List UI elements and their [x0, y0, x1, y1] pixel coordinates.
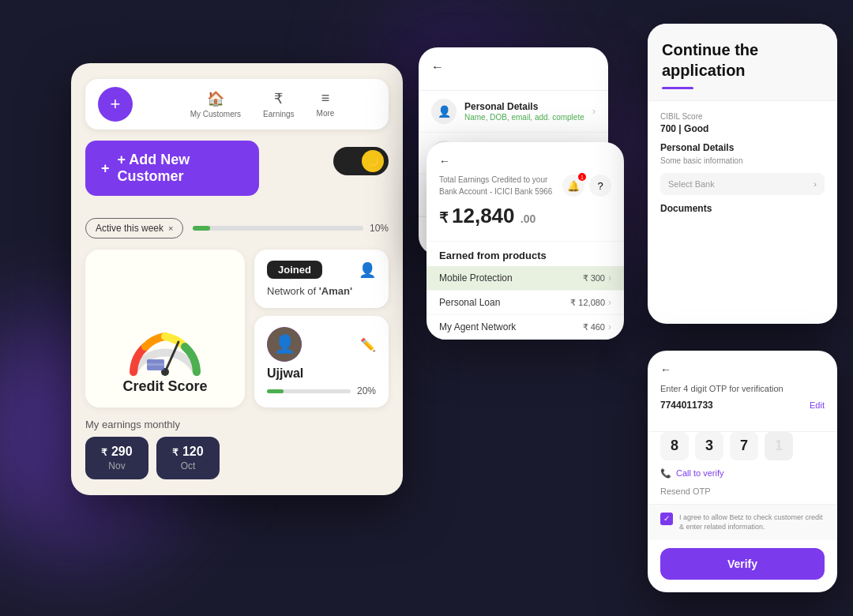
- right-cards: Joined 👤 Network of 'Aman' 👤 ✏️: [254, 250, 389, 408]
- cibil-label: CIBIL Score: [660, 112, 825, 121]
- ujjwal-avatar-inner: 👤: [267, 327, 302, 362]
- profile-header: ←: [419, 47, 608, 91]
- otp-digit-3[interactable]: 7: [730, 432, 758, 460]
- notification-icon[interactable]: 🔔 1: [562, 175, 584, 197]
- otp-digits-container: 8 3 7 1: [648, 432, 837, 460]
- nav-plus-button[interactable]: +: [98, 87, 133, 122]
- mobile-protection-name: Mobile Protection: [439, 272, 513, 284]
- earnings-notif-icons: 🔔 1 ?: [562, 175, 611, 197]
- earnings-section: My earnings monthly ₹ 290 Nov ₹ 120 Oct: [85, 419, 389, 479]
- rupee-symbol: ₹: [439, 210, 452, 226]
- earnings-title: My earnings monthly: [85, 419, 389, 430]
- edit-icon[interactable]: ✏️: [360, 337, 376, 352]
- chevron-right-product2: ›: [608, 297, 611, 308]
- earnings-card-oct[interactable]: ₹ 120 Oct: [156, 437, 220, 479]
- personal-loan-amount: ₹ 12,080: [570, 298, 605, 308]
- consent-row: ✓ I agree to allow Betz to check custome…: [648, 504, 837, 540]
- personal-details-status: Name, DOB, email, add. complete: [464, 113, 592, 122]
- ujjwal-card[interactable]: 👤 ✏️ Ujjwal 20%: [254, 316, 389, 408]
- rupee-icon: ₹: [274, 90, 283, 107]
- notif-badge: 1: [578, 173, 586, 181]
- earnings-cards-row: ₹ 290 Nov ₹ 120 Oct: [85, 437, 389, 479]
- joined-network-name: 'Aman': [319, 285, 352, 297]
- otp-digit-1[interactable]: 8: [660, 432, 689, 460]
- plus-icon: +: [101, 160, 110, 177]
- personal-details-title: Personal Details: [464, 101, 592, 112]
- nav-earnings-label: Earnings: [263, 110, 294, 118]
- filter-badge-label: Active this week: [96, 223, 163, 234]
- personal-details-icon: 👤: [431, 99, 457, 124]
- gauge-container: [122, 325, 209, 372]
- ujjwal-progress-row: 20%: [267, 385, 376, 396]
- help-icon[interactable]: ?: [589, 175, 611, 197]
- earnings-total-amount: ₹ 12,840 .00: [439, 204, 611, 228]
- otp-back-arrow[interactable]: ←: [660, 363, 825, 376]
- verify-button[interactable]: Verify: [660, 548, 825, 580]
- progress-bar-bg: [193, 226, 363, 231]
- joined-badge: Joined: [267, 261, 322, 279]
- ujjwal-progress-fill: [267, 389, 284, 393]
- agent-network-name: My Agent Network: [439, 321, 516, 332]
- profile-personal-details[interactable]: 👤 Personal Details Name, DOB, email, add…: [419, 91, 608, 133]
- joined-header: Joined 👤: [267, 261, 376, 279]
- ujjwal-avatar: 👤: [267, 327, 302, 362]
- nav-items: 🏠 My Customers ₹ Earnings ≡ More: [148, 90, 376, 118]
- call-to-verify[interactable]: 📞 Call to verify: [648, 468, 837, 486]
- product-personal-loan[interactable]: Personal Loan ₹ 12,080 ›: [426, 291, 624, 315]
- add-customer-button[interactable]: + + Add New Customer: [85, 141, 259, 196]
- continue-divider: [662, 87, 693, 89]
- consent-checkbox[interactable]: ✓: [660, 513, 673, 525]
- nav-item-customers[interactable]: 🏠 My Customers: [190, 90, 241, 118]
- documents-section-title: Documents: [660, 203, 825, 214]
- otp-panel: ← Enter 4 digit OTP for verification 774…: [648, 351, 837, 592]
- otp-instruction: Enter 4 digit OTP for verification: [660, 384, 825, 393]
- toggle-sun-icon: 🌙: [362, 150, 384, 172]
- personal-status-value: complete: [552, 113, 584, 122]
- gauge-svg: [122, 325, 209, 380]
- rupee-nov: ₹: [101, 447, 107, 458]
- agent-network-amount: ₹ 460: [583, 322, 605, 332]
- product-mobile-protection[interactable]: Mobile Protection ₹ 300 ›: [426, 266, 624, 291]
- continue-application-panel: Continue the application CIBIL Score 700…: [648, 24, 837, 324]
- nav-item-earnings[interactable]: ₹ Earnings: [263, 90, 294, 118]
- otp-edit-button[interactable]: Edit: [810, 400, 825, 410]
- back-arrow-icon[interactable]: ←: [431, 60, 596, 74]
- active-filter-badge[interactable]: Active this week ×: [85, 218, 183, 239]
- personal-loan-name: Personal Loan: [439, 297, 500, 308]
- documents-field: Documents: [660, 203, 825, 214]
- select-bank-placeholder: Select Bank: [668, 179, 715, 189]
- chevron-right-icon: ›: [592, 106, 596, 117]
- earnings-back-arrow[interactable]: ←: [439, 155, 611, 167]
- earnings-amount-nov: ₹ 290: [98, 445, 136, 459]
- nav-more-label: More: [317, 109, 335, 118]
- joined-card[interactable]: Joined 👤 Network of 'Aman': [254, 250, 389, 308]
- credit-score-label: Credit Score: [122, 378, 207, 395]
- earnings-amount-oct: ₹ 120: [169, 445, 207, 459]
- chevron-right-product1: ›: [608, 272, 611, 284]
- select-bank-dropdown[interactable]: Select Bank ›: [660, 173, 825, 195]
- nav-item-more[interactable]: ≡ More: [317, 90, 335, 118]
- personal-details-section-title: Personal Details: [660, 142, 825, 153]
- consent-text: I agree to allow Betz to check customer …: [679, 513, 825, 532]
- filter-remove-icon[interactable]: ×: [168, 223, 173, 233]
- progress-pct: 10%: [370, 223, 389, 234]
- product-agent-network[interactable]: My Agent Network ₹ 460 ›: [426, 315, 624, 340]
- cards-row: Credit Score Joined 👤 Network of 'Aman': [85, 250, 389, 408]
- rupee-oct: ₹: [172, 447, 178, 458]
- call-to-verify-label: Call to verify: [676, 468, 724, 478]
- person-icon: 👤: [359, 261, 376, 279]
- amount-nov: 290: [111, 445, 133, 458]
- earned-from-title: Earned from products: [426, 242, 624, 266]
- cibil-score-field: CIBIL Score 700 | Good: [660, 112, 825, 134]
- resend-otp[interactable]: Resend OTP: [648, 486, 837, 504]
- filter-row: Active this week × 10%: [85, 218, 389, 239]
- earnings-decimals: .00: [520, 212, 535, 225]
- earnings-panel: ← Total Earnings Credited to your Bank A…: [426, 142, 624, 340]
- otp-digit-2[interactable]: 3: [695, 432, 723, 460]
- credit-score-card[interactable]: Credit Score: [85, 250, 245, 408]
- earnings-card-nov[interactable]: ₹ 290 Nov: [85, 437, 148, 479]
- dark-mode-toggle[interactable]: 🌙: [333, 147, 389, 175]
- continue-header: Continue the application: [648, 24, 837, 101]
- otp-phone-row: 7744011733 Edit: [660, 400, 825, 411]
- otp-digit-4[interactable]: 1: [765, 432, 793, 460]
